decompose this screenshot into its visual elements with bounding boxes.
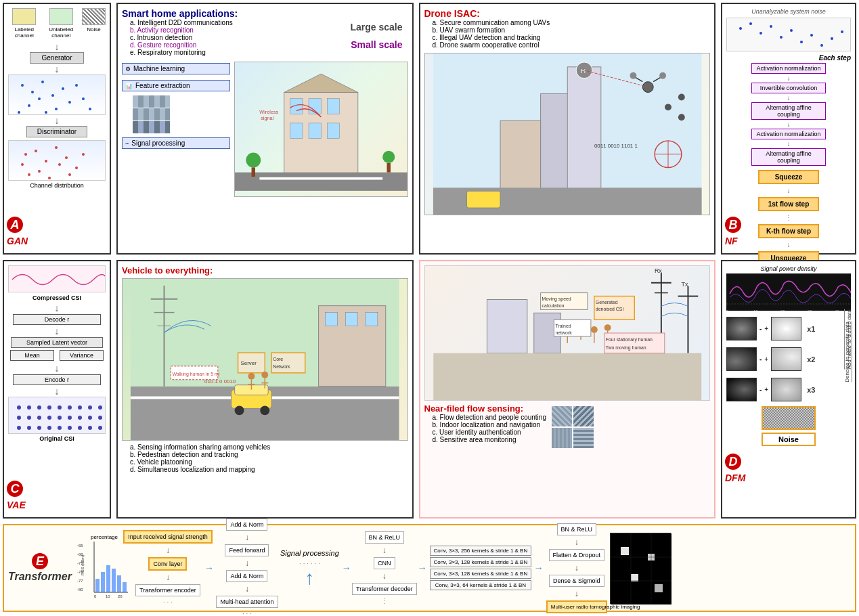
add-noise-label: Add noise to disturb data xyxy=(844,309,852,370)
dfm-minus-2: - xyxy=(759,355,762,363)
svg-point-8 xyxy=(55,108,58,110)
svg-text:Network: Network xyxy=(273,364,290,369)
drone-item-2: c. Illegal UAV detection and tracking xyxy=(433,34,550,41)
drone-item-0: a. Secure communication among UAVs xyxy=(433,19,550,26)
dfm-img-x1-dark xyxy=(726,317,757,340)
original-csi-label: Original CSI xyxy=(8,435,106,442)
discriminator-box: Discriminator xyxy=(26,126,87,137)
svg-text:network: network xyxy=(555,330,572,335)
nf-arrow-1: ↓ xyxy=(726,74,851,82)
conv-layer-4: Conv, 3×3, 64 kernels & stride 1 & BN xyxy=(430,580,531,590)
svg-point-150 xyxy=(590,326,597,333)
label-a-circle: A xyxy=(7,217,23,233)
dfm-minus-3: - xyxy=(759,386,762,393)
svg-point-86 xyxy=(68,405,72,410)
svg-point-53 xyxy=(659,72,666,79)
svg-point-57 xyxy=(678,114,684,120)
svg-point-7 xyxy=(38,97,41,100)
svg-rect-62 xyxy=(466,191,500,208)
svg-text:-65: -65 xyxy=(77,544,83,548)
building-svg: Wireless signal xyxy=(235,62,408,196)
scatter-svg xyxy=(9,75,105,114)
channel-dist-svg xyxy=(9,141,105,180)
drone-svg: H 0011 0010 1101 1 xyxy=(425,53,710,215)
scatter-chart xyxy=(8,74,106,115)
svg-point-19 xyxy=(75,167,78,169)
compressed-csi-chart xyxy=(8,265,106,292)
label-d-circle: D xyxy=(725,454,741,470)
arrow-right-1: → xyxy=(204,563,214,573)
feature-extraction-box: 📊 Feature extraction xyxy=(122,80,230,91)
svg-point-96 xyxy=(78,416,82,420)
v2x-svg: 010.1 0 0010 Server Walking human in 5 m… xyxy=(123,279,408,440)
svg-point-21 xyxy=(38,170,41,173)
svg-point-134 xyxy=(261,372,268,378)
svg-rect-167 xyxy=(726,273,851,311)
svg-point-64 xyxy=(749,22,752,25)
signal-processing-label: Signal processing xyxy=(280,549,339,557)
svg-point-121 xyxy=(235,405,244,415)
svg-point-105 xyxy=(78,426,82,430)
svg-point-100 xyxy=(27,426,31,430)
svg-point-82 xyxy=(27,405,31,410)
invertible-conv: Invertible convolution xyxy=(751,83,826,93)
svg-point-37 xyxy=(246,153,261,168)
dfm-x2-label: x2 xyxy=(807,355,815,364)
svg-rect-177 xyxy=(101,572,105,592)
drone-illustration: H 0011 0010 1101 1 xyxy=(424,53,711,215)
signal-power-label: Signal power density xyxy=(726,265,851,272)
v2x-item-0: a. Sensing information sharing among veh… xyxy=(130,443,408,451)
labeled-channel-label: Labeled channel xyxy=(8,26,40,39)
dfm-x3-label: x3 xyxy=(807,386,815,394)
encode-box: Encode r xyxy=(13,374,101,385)
transformer-encoder-box: Transformer encoder xyxy=(135,584,200,596)
arrow-right-3: → xyxy=(418,563,427,573)
dfm-img-x1-light xyxy=(771,317,801,340)
svg-point-73 xyxy=(841,30,843,33)
trained-network-images xyxy=(552,406,594,448)
nf-arrow-3: ↓ xyxy=(726,120,851,128)
svg-point-55 xyxy=(665,104,671,110)
svg-rect-114 xyxy=(366,313,378,326)
signal-power-chart: 0 10 20 30 40 xyxy=(726,273,851,311)
near-field-item-1: b. Indoor localization and navigation xyxy=(433,421,546,428)
smart-home-item-4: e. Respiratory monitoring xyxy=(130,49,238,56)
svg-point-83 xyxy=(37,405,41,410)
svg-rect-144 xyxy=(487,300,527,353)
flow-step-k-box: K-th flow step xyxy=(758,224,819,238)
sampled-latent-box: Sampled Latent vector xyxy=(11,337,103,348)
svg-text:Four stationary human: Four stationary human xyxy=(605,337,652,343)
label-c-name: VAE xyxy=(7,500,26,510)
panel-dfm: Signal power density 0 10 20 30 40 xyxy=(721,260,856,519)
flatten-dropout-box: Flatten & Dropout xyxy=(549,549,605,561)
svg-rect-38 xyxy=(252,167,255,177)
dfm-x1-label: x1 xyxy=(807,325,815,333)
svg-point-104 xyxy=(68,426,72,430)
svg-text:calculation: calculation xyxy=(542,303,564,308)
svg-point-106 xyxy=(88,426,92,430)
svg-text:RSS (dBm): RSS (dBm) xyxy=(81,555,85,575)
svg-text:Core: Core xyxy=(273,357,283,361)
svg-point-87 xyxy=(78,405,82,410)
near-field-illustration: Rx Tx xyxy=(424,265,711,401)
channel-dist-label: Channel distribution xyxy=(8,182,106,189)
svg-point-25 xyxy=(21,163,24,166)
system-noise-label: Unanalyzable system noise xyxy=(726,8,851,15)
mean-box: Mean xyxy=(10,350,54,361)
svg-point-56 xyxy=(678,94,684,101)
svg-point-52 xyxy=(630,72,636,79)
svg-rect-176 xyxy=(95,579,100,592)
main-container: Labeled channel Unlabeled channel Noise … xyxy=(0,0,859,616)
dfm-plus-1: + xyxy=(764,325,768,332)
conv-layer-box: Conv layer xyxy=(148,557,187,571)
v2x-illustration: 010.1 0 0010 Server Walking human in 5 m… xyxy=(122,278,408,441)
signal-processing-box: ~ Signal processing xyxy=(122,137,230,149)
original-csi-chart xyxy=(8,397,106,434)
smart-home-title: Smart home applications: xyxy=(122,8,238,19)
feature-extraction-label: Feature extraction xyxy=(135,82,190,89)
svg-point-88 xyxy=(88,405,92,410)
generator-box: Generator xyxy=(30,52,84,64)
svg-point-20 xyxy=(28,173,30,176)
nf-arrow-2: ↓ xyxy=(726,94,851,102)
svg-text:10: 10 xyxy=(106,594,110,598)
